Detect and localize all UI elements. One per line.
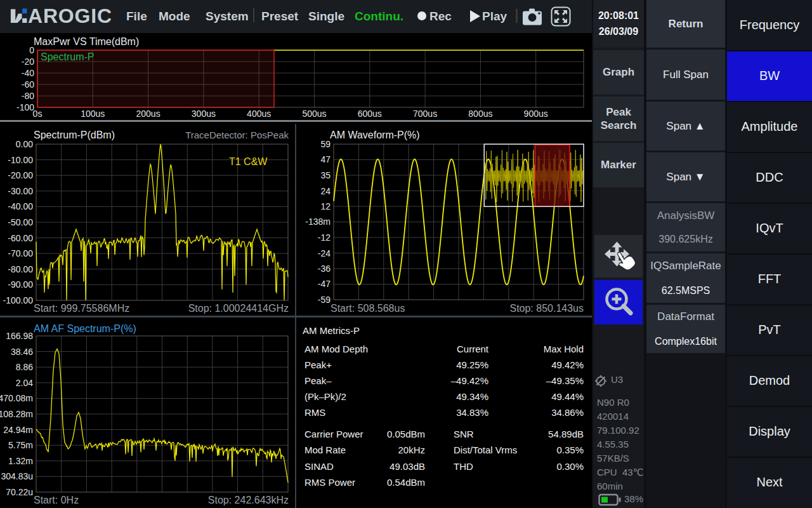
svg-text:800us: 800us <box>468 109 492 119</box>
svg-text:-20.00: -20.00 <box>8 170 33 180</box>
svg-text:TraceDetector: PosPeak: TraceDetector: PosPeak <box>185 130 289 140</box>
svg-text:400us: 400us <box>247 109 271 119</box>
svg-text:900us: 900us <box>524 109 548 119</box>
svg-text:24: 24 <box>320 186 331 196</box>
svg-text:200us: 200us <box>136 109 160 119</box>
svg-text:-47: -47 <box>318 279 331 289</box>
svg-text:-70.00: -70.00 <box>8 248 33 258</box>
svg-text:0: 0 <box>29 45 34 55</box>
svg-text:Spectrum-P: Spectrum-P <box>41 51 94 62</box>
svg-text:Stop: 242.643kHz: Stop: 242.643kHz <box>208 495 289 505</box>
svg-text:600us: 600us <box>358 109 382 119</box>
svg-text:AM Waveform-P(%): AM Waveform-P(%) <box>330 130 420 140</box>
svg-text:166.98: 166.98 <box>6 331 33 341</box>
svg-text:300us: 300us <box>192 109 216 119</box>
svg-text:8.86: 8.86 <box>16 362 33 372</box>
svg-text:MaxPwr VS Time(dBm): MaxPwr VS Time(dBm) <box>34 36 139 47</box>
svg-text:1.32m: 1.32m <box>8 456 33 466</box>
svg-text:500us: 500us <box>302 109 326 119</box>
svg-text:0.00: 0.00 <box>16 139 33 149</box>
svg-text:0s: 0s <box>33 109 43 119</box>
svg-text:-138m: -138m <box>305 217 331 227</box>
svg-text:100us: 100us <box>81 109 105 119</box>
svg-text:-80: -80 <box>22 91 34 101</box>
svg-text:AM AF Spectrum-P(%): AM AF Spectrum-P(%) <box>34 323 136 334</box>
svg-text:Stop: 1.00024414GHz: Stop: 1.00024414GHz <box>188 303 289 314</box>
svg-text:-60: -60 <box>22 79 34 90</box>
svg-text:-24: -24 <box>318 248 331 258</box>
svg-text:24.94m: 24.94m <box>3 425 33 435</box>
svg-text:-59: -59 <box>318 295 331 305</box>
svg-text:-100: -100 <box>16 102 34 112</box>
svg-text:5.75m: 5.75m <box>8 440 33 450</box>
svg-text:35: 35 <box>320 170 331 180</box>
svg-text:Start: 999.75586MHz: Start: 999.75586MHz <box>34 303 129 314</box>
svg-text:38.46: 38.46 <box>11 347 33 357</box>
svg-text:-10.00: -10.00 <box>8 155 33 165</box>
svg-text:59: 59 <box>320 139 331 149</box>
svg-text:-100.00: -100.00 <box>3 295 34 305</box>
svg-text:12: 12 <box>320 201 331 211</box>
svg-text:-80.00: -80.00 <box>8 264 33 274</box>
svg-text:-40.00: -40.00 <box>8 201 33 211</box>
svg-text:-12: -12 <box>318 232 331 243</box>
svg-text:2.04: 2.04 <box>16 378 33 388</box>
svg-text:470.08m: 470.08m <box>0 393 33 403</box>
svg-text:304.83u: 304.83u <box>1 471 33 481</box>
svg-text:Start: 0Hz: Start: 0Hz <box>34 495 79 505</box>
svg-text:47: 47 <box>320 154 331 164</box>
svg-text:700us: 700us <box>413 109 437 119</box>
svg-text:-20: -20 <box>22 57 34 67</box>
svg-text:-36: -36 <box>318 264 331 274</box>
svg-text:-90.00: -90.00 <box>8 279 33 290</box>
svg-text:Spectrum-P(dBm): Spectrum-P(dBm) <box>34 130 115 140</box>
svg-text:Stop: 850.143us: Stop: 850.143us <box>509 303 584 314</box>
svg-text:T1 C&W: T1 C&W <box>229 156 268 167</box>
svg-text:-60.00: -60.00 <box>8 233 33 243</box>
svg-text:-30.00: -30.00 <box>8 186 33 196</box>
svg-text:108.28m: 108.28m <box>0 409 33 419</box>
svg-text:Start: 508.568us: Start: 508.568us <box>331 303 405 314</box>
svg-text:-50.00: -50.00 <box>8 217 33 227</box>
svg-text:-40: -40 <box>22 68 34 78</box>
svg-text:70.22u: 70.22u <box>6 487 33 497</box>
